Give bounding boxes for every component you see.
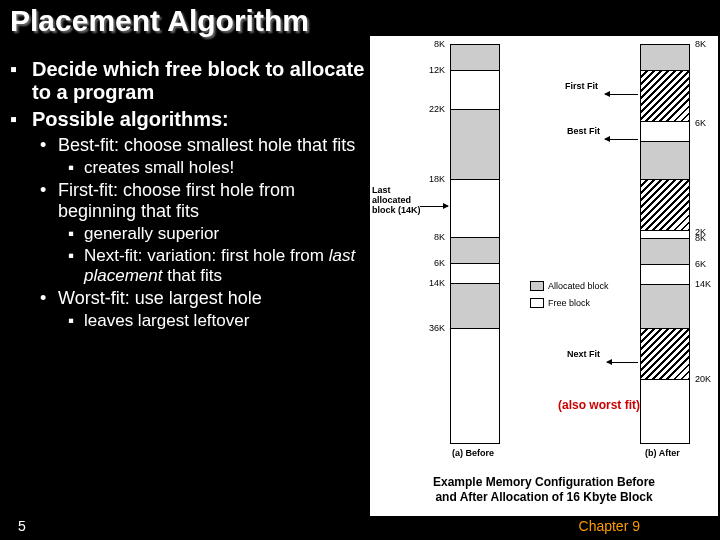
size-label: 14K xyxy=(695,279,711,289)
bullet-l1: ▪Decide which free block to allocate to … xyxy=(10,58,370,104)
bullet-text: creates small holes! xyxy=(84,158,234,178)
bestfit-label: Best Fit xyxy=(567,126,600,136)
size-label: 22K xyxy=(429,104,445,114)
legend-allocated: Allocated block xyxy=(530,281,609,291)
bullet-l1: ▪Possible algorithms: xyxy=(10,108,370,131)
bullet-text: First-fit: choose first hole from beginn… xyxy=(58,180,370,222)
size-label: 6K xyxy=(434,258,445,268)
bullet-l2: •First-fit: choose first hole from begin… xyxy=(40,180,370,222)
arrow-icon xyxy=(420,206,448,207)
size-label: 6K xyxy=(695,259,706,269)
bullet-l3: ▪Next-fit: variation: first hole from la… xyxy=(68,246,370,286)
size-label: 8K xyxy=(695,233,706,243)
memory-diagram: 8K 12K 22K 18K 8K 6K 14K 36K 8K 6K 2K 8K… xyxy=(370,36,718,516)
size-label: 8K xyxy=(434,232,445,242)
arrow-icon xyxy=(605,94,638,95)
diagram-caption: Example Memory Configuration Before and … xyxy=(370,475,718,506)
nextfit-label: Next Fit xyxy=(567,349,600,359)
arrow-icon xyxy=(607,362,638,363)
arrow-icon xyxy=(605,139,638,140)
page-number: 5 xyxy=(18,518,26,534)
bullet-content: ▪Decide which free block to allocate to … xyxy=(10,58,370,333)
bullet-text: Possible algorithms: xyxy=(32,108,229,131)
bullet-l3: ▪creates small holes! xyxy=(68,158,370,178)
bullet-l2: •Worst-fit: use largest hole xyxy=(40,288,370,309)
legend-free: Free block xyxy=(530,298,590,308)
last-allocated-label: Last allocated block (14K) xyxy=(372,186,421,216)
bullet-text: Next-fit: variation: first hole from las… xyxy=(84,246,370,286)
col-a-label: (a) Before xyxy=(452,448,494,458)
column-after: 8K 6K 2K 8K 6K 14K 20K xyxy=(640,44,690,444)
size-label: 6K xyxy=(695,118,706,128)
bullet-text: leaves largest leftover xyxy=(84,311,249,331)
chapter-label: Chapter 9 xyxy=(579,518,640,534)
bullet-text: Decide which free block to allocate to a… xyxy=(32,58,370,104)
size-label: 20K xyxy=(695,374,711,384)
slide-title: Placement Algorithm xyxy=(10,4,309,38)
size-label: 36K xyxy=(429,323,445,333)
firstfit-label: First Fit xyxy=(565,81,598,91)
size-label: 8K xyxy=(434,39,445,49)
col-b-label: (b) After xyxy=(645,448,680,458)
bullet-text: Best-fit: choose smallest hole that fits xyxy=(58,135,355,156)
bullet-l3: ▪leaves largest leftover xyxy=(68,311,370,331)
size-label: 12K xyxy=(429,65,445,75)
worstfit-annotation: (also worst fit) xyxy=(558,398,640,412)
bullet-text: generally superior xyxy=(84,224,219,244)
size-label: 18K xyxy=(429,174,445,184)
size-label: 8K xyxy=(695,39,706,49)
size-label: 14K xyxy=(429,278,445,288)
bullet-l2: •Best-fit: choose smallest hole that fit… xyxy=(40,135,370,156)
column-before: 8K 12K 22K 18K 8K 6K 14K 36K xyxy=(450,44,500,444)
bullet-text: Worst-fit: use largest hole xyxy=(58,288,262,309)
bullet-l3: ▪generally superior xyxy=(68,224,370,244)
